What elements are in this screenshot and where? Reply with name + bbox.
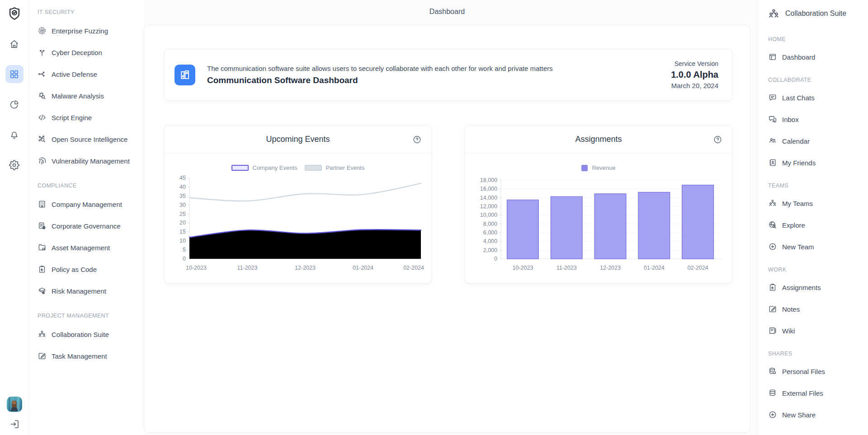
right-item-dashboard[interactable]: Dashboard: [763, 46, 868, 68]
service-version-label: Service Version: [671, 61, 718, 67]
banner-subtitle: The communication software suite allows …: [207, 65, 553, 72]
right-item-wiki[interactable]: Wiki: [763, 320, 868, 341]
svg-text:25: 25: [179, 211, 186, 217]
legend-swatch: [581, 165, 588, 171]
help-icon[interactable]: [713, 135, 722, 144]
legend-item-revenue[interactable]: Revenue: [581, 164, 615, 171]
item-label: Company Management: [52, 201, 122, 208]
item-label: Cyber Deception: [52, 49, 102, 56]
sidebar-item-vulnerability-management[interactable]: Vulnerability Management: [38, 150, 144, 172]
svg-text:15: 15: [179, 229, 186, 235]
svg-text:20: 20: [179, 220, 186, 226]
note-pencil-icon: [38, 351, 47, 360]
right-item-inbox[interactable]: Inbox: [763, 108, 868, 130]
item-label: My Friends: [782, 159, 816, 167]
database-box-icon: [768, 367, 777, 376]
sidebar-item-corporate-governance[interactable]: Corporate Governance: [38, 215, 144, 237]
database-icon: [768, 388, 777, 398]
bell-icon[interactable]: [5, 126, 24, 144]
user-avatar[interactable]: [7, 397, 22, 412]
plus-circle-icon: [768, 242, 777, 251]
sidebar-item-asset-management[interactable]: Asset Management: [38, 237, 144, 258]
layers-eye-icon: [38, 286, 47, 295]
gear-icon[interactable]: [5, 156, 24, 174]
right-item-new-share[interactable]: New Share: [763, 404, 868, 426]
sidebar-item-company-management[interactable]: Company Management: [38, 193, 144, 215]
svg-text:10-2023: 10-2023: [512, 265, 533, 271]
main-panel: The communication software suite allows …: [144, 25, 750, 433]
right-item-assignments[interactable]: Assignments: [763, 276, 868, 298]
help-icon[interactable]: [412, 135, 422, 144]
target-icon: [38, 26, 47, 35]
svg-text:45: 45: [179, 175, 186, 181]
right-sidebar-title[interactable]: Collaboration Suite: [763, 0, 868, 27]
svg-text:10-2023: 10-2023: [186, 265, 207, 271]
clipboard-arrow-icon: [768, 283, 777, 292]
rail-bottom: [7, 397, 22, 430]
sidebar-item-enterprise-fuzzing[interactable]: Enterprise Fuzzing: [38, 20, 144, 42]
grid-icon[interactable]: [5, 65, 24, 83]
item-label: Explore: [782, 221, 805, 229]
item-label: External Files: [782, 389, 823, 397]
right-item-my-friends[interactable]: My Friends: [763, 152, 868, 173]
svg-text:5: 5: [183, 247, 186, 253]
plus-circle-icon: [768, 410, 777, 419]
svg-text:02-2024: 02-2024: [403, 265, 424, 271]
globe-search-icon: [768, 220, 777, 229]
svg-text:11-2023: 11-2023: [237, 265, 258, 271]
right-item-notes[interactable]: Notes: [763, 298, 868, 320]
right-item-new-team[interactable]: New Team: [763, 236, 868, 257]
legend-item-partner-events[interactable]: Partner Events: [305, 164, 365, 171]
doc-lines-icon: [768, 326, 777, 335]
home-icon[interactable]: [5, 35, 24, 53]
item-label: New Share: [782, 411, 816, 419]
sidebar-item-open-source-intelligence[interactable]: Open Source Intelligence: [38, 128, 144, 150]
chat-icon: [768, 93, 777, 102]
right-sidebar-title-text: Collaboration Suite: [785, 9, 846, 18]
service-version-block: Service Version 1.0.0 Alpha March 20, 20…: [671, 61, 718, 89]
svg-text:18,000: 18,000: [480, 177, 497, 183]
logout-icon[interactable]: [9, 419, 20, 430]
right-section-collaborate: COLLABORATE: [763, 77, 868, 83]
svg-text:12,000: 12,000: [480, 203, 497, 210]
sidebar-item-task-management[interactable]: Task Management: [38, 345, 144, 367]
sidebar-item-active-defense[interactable]: Active Defense: [38, 63, 144, 85]
sidebar-item-malware-analysis[interactable]: Malware Analysis: [38, 85, 144, 107]
item-label: Personal Files: [782, 368, 825, 375]
assignments-chart: Revenue 02,0004,0006,0008,00010,00012,00…: [465, 154, 732, 280]
users-group-icon: [768, 199, 777, 208]
item-label: Last Chats: [782, 94, 815, 102]
flow-icon: [38, 70, 47, 79]
legend-item-company-events[interactable]: Company Events: [231, 164, 297, 171]
doc-gear-icon: [38, 221, 47, 230]
item-label: Vulnerability Management: [52, 157, 130, 165]
right-item-last-chats[interactable]: Last Chats: [763, 87, 868, 108]
sidebar-item-policy-as-code[interactable]: Policy as Code: [38, 258, 144, 280]
right-item-personal-files[interactable]: Personal Files: [763, 360, 868, 382]
app-logo-shield-check-icon[interactable]: [7, 6, 22, 21]
sidebar-item-cyber-deception[interactable]: Cyber Deception: [38, 42, 144, 63]
window-icon: [768, 52, 777, 61]
sidebar-item-script-engine[interactable]: Script Engine: [38, 107, 144, 128]
right-section-work: WORK: [763, 267, 868, 273]
right-item-my-teams[interactable]: My Teams: [763, 192, 868, 214]
item-label: Script Engine: [52, 114, 92, 122]
users-group-icon: [768, 8, 780, 20]
svg-text:6,000: 6,000: [483, 229, 497, 236]
svg-text:0: 0: [183, 256, 186, 262]
sidebar-item-collaboration-suite[interactable]: Collaboration Suite: [38, 323, 144, 345]
right-item-calendar[interactable]: Calendar: [763, 130, 868, 152]
item-label: Inbox: [782, 116, 799, 123]
sidebar-item-risk-management[interactable]: Risk Management: [38, 280, 144, 302]
item-label: Policy as Code: [52, 266, 97, 273]
pie-chart-icon[interactable]: [5, 95, 24, 113]
item-label: Risk Management: [52, 287, 106, 295]
item-label: Asset Management: [52, 244, 110, 252]
service-version-value: 1.0.0 Alpha: [671, 70, 718, 79]
contact-book-icon: [768, 158, 777, 167]
svg-text:01-2024: 01-2024: [353, 265, 373, 271]
right-item-external-files[interactable]: External Files: [763, 382, 868, 404]
legend-swatch: [305, 165, 322, 171]
left-sidebar: IT SECURITYEnterprise FuzzingCyber Decep…: [29, 0, 144, 435]
right-item-explore[interactable]: Explore: [763, 214, 868, 236]
